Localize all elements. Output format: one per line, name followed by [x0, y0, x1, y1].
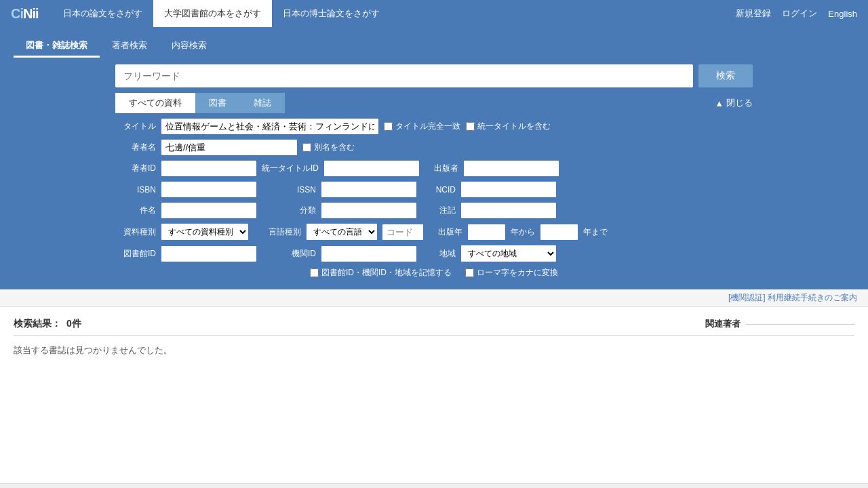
nav-books[interactable]: 大学図書館の本をさがす: [153, 0, 272, 27]
isbn-row: ISBN ISSN NCID: [115, 182, 753, 197]
advanced-fields: タイトル タイトル完全一致 統一タイトルを含む 著者名 別名を含む 著者ID: [115, 119, 753, 279]
author-alt-checkbox-label[interactable]: 別名を含む: [302, 142, 355, 153]
nav-dissertations[interactable]: 日本の博士論文をさがす: [272, 0, 391, 27]
year-to-label: 年まで: [583, 226, 608, 238]
publisher-input[interactable]: [464, 161, 559, 176]
roman-checkbox[interactable]: [465, 268, 474, 277]
title-exact-checkbox[interactable]: [384, 122, 393, 131]
facility-id-label: 機関ID: [262, 248, 316, 260]
notice-bar: [機関認証] 利用継続手続きのご案内: [0, 289, 868, 307]
facility-id-input[interactable]: [321, 246, 416, 262]
publisher-label: 出版者: [425, 163, 458, 174]
author-alt-checkbox[interactable]: [302, 143, 311, 152]
roman-label: ローマ字をカナに変換: [477, 267, 558, 279]
title-row: タイトル タイトル完全一致 統一タイトルを含む: [115, 119, 753, 134]
register-link[interactable]: 新規登録: [736, 7, 771, 20]
note-label: 注記: [422, 205, 456, 216]
author-row: 著者名 別名を含む: [115, 140, 753, 155]
classification-label: 分類: [262, 205, 316, 216]
ncid-input[interactable]: [461, 182, 556, 197]
main-nav: 日本の論文をさがす 大学図書館の本をさがす 日本の博士論文をさがす: [52, 0, 736, 27]
search-tabs: 図書・雑誌検索 著者検索 内容検索: [14, 35, 854, 58]
material-type-row: すべての資料 図書 雑誌 ▲ 閉じる: [115, 93, 753, 113]
material-type-field-row: 資料種別 すべての資料種別 図書 雑誌 言語種別 すべての言語 日本語 英語 出…: [115, 224, 753, 240]
tab-content[interactable]: 内容検索: [159, 35, 219, 58]
title-unified-label: 統一タイトルを含む: [477, 121, 551, 132]
results-label: 検索結果：: [14, 318, 61, 330]
no-results-message: 該当する書誌は見つかりませんでした。: [14, 344, 854, 357]
issn-input[interactable]: [321, 182, 416, 197]
region-label: 地域: [422, 248, 456, 260]
subject-input[interactable]: [161, 203, 256, 218]
search-input[interactable]: [115, 64, 693, 87]
save-library-label: 図書館ID・機関ID・地域を記憶する: [321, 267, 452, 279]
issn-label: ISSN: [262, 185, 316, 195]
title-input[interactable]: [161, 119, 378, 134]
results-count-area: 検索結果： 0件: [14, 318, 81, 330]
year-from-label: 年から: [511, 226, 535, 238]
author-alt-label: 別名を含む: [314, 142, 355, 153]
note-input[interactable]: [461, 203, 556, 218]
unified-title-id-label: 統一タイトルID: [262, 163, 319, 174]
search-button[interactable]: 検索: [698, 64, 753, 87]
material-journals-btn[interactable]: 雑誌: [240, 93, 285, 113]
results-header: 検索結果： 0件 関連著者: [14, 318, 854, 336]
save-library-checkbox[interactable]: [310, 268, 319, 277]
sidebar-header: 関連著者: [705, 318, 854, 330]
title-unified-checkbox[interactable]: [466, 122, 475, 131]
library-row: 図書館ID 機関ID 地域 すべての地域 北海道 東北 関東: [115, 245, 753, 262]
tab-books-journals[interactable]: 図書・雑誌検索: [14, 35, 100, 58]
isbn-input[interactable]: [161, 182, 256, 197]
pub-year-to-input[interactable]: [540, 224, 578, 240]
search-main-row: 検索: [115, 64, 753, 87]
title-label: タイトル: [115, 121, 156, 132]
save-library-checkbox-label[interactable]: 図書館ID・機関ID・地域を記憶する: [310, 267, 452, 279]
search-area: 図書・雑誌検索 著者検索 内容検索 検索 すべての資料 図書 雑誌 ▲ 閉じる …: [0, 27, 868, 289]
header: CiNii 日本の論文をさがす 大学図書館の本をさがす 日本の博士論文をさがす …: [0, 0, 868, 27]
library-id-input[interactable]: [161, 246, 256, 262]
pub-year-from-input[interactable]: [468, 224, 505, 240]
material-type-field-label: 資料種別: [115, 226, 156, 238]
language-label: 言語種別: [254, 226, 301, 238]
author-id-label: 著者ID: [115, 163, 156, 174]
header-right: 新規登録 ログイン English: [736, 7, 857, 20]
results-area: 検索結果： 0件 関連著者 該当する書誌は見つかりませんでした。: [0, 307, 868, 443]
footer: CiNiiについて CiNiiについて 収録刊行物について 利用規約 お問い合わ…: [0, 483, 868, 488]
subject-row: 件名 分類 注記: [115, 203, 753, 218]
bottom-checkboxes: 図書館ID・機関ID・地域を記憶する ローマ字をカナに変換: [115, 267, 753, 279]
ncid-label: NCID: [422, 185, 456, 195]
classification-input[interactable]: [321, 203, 416, 218]
author-label: 著者名: [115, 142, 156, 153]
title-unified-checkbox-label[interactable]: 統一タイトルを含む: [466, 121, 551, 132]
roman-checkbox-label[interactable]: ローマ字をカナに変換: [465, 267, 558, 279]
title-exact-checkbox-label[interactable]: タイトル完全一致: [384, 121, 460, 132]
author-id-input[interactable]: [161, 161, 256, 176]
results-count: 0件: [66, 318, 81, 330]
collapse-button[interactable]: ▲ 閉じる: [715, 97, 753, 109]
notice-link[interactable]: [機関認証] 利用継続手続きのご案内: [728, 293, 857, 302]
library-id-label: 図書館ID: [115, 248, 156, 260]
login-link[interactable]: ログイン: [782, 7, 817, 20]
author-input[interactable]: [161, 140, 297, 155]
collapse-label: 閉じる: [726, 97, 753, 109]
subject-label: 件名: [115, 205, 156, 216]
isbn-label: ISBN: [115, 185, 156, 195]
id-row: 著者ID 統一タイトルID 出版者: [115, 161, 753, 176]
unified-title-id-input[interactable]: [324, 161, 419, 176]
nav-articles[interactable]: 日本の論文をさがす: [52, 0, 153, 27]
material-books-btn[interactable]: 図書: [195, 93, 240, 113]
logo: CiNii: [11, 6, 39, 22]
chevron-up-icon: ▲: [715, 98, 724, 108]
title-exact-label: タイトル完全一致: [395, 121, 460, 132]
pub-year-label: 出版年: [429, 226, 462, 238]
language-select[interactable]: すべての言語 日本語 英語: [307, 224, 377, 240]
region-select[interactable]: すべての地域 北海道 東北 関東: [461, 245, 556, 262]
code-input[interactable]: [382, 224, 423, 240]
material-type-select[interactable]: すべての資料種別 図書 雑誌: [161, 224, 248, 240]
tab-authors[interactable]: 著者検索: [100, 35, 159, 58]
material-all-btn[interactable]: すべての資料: [115, 93, 195, 113]
sidebar-title: 関連著者: [705, 318, 741, 330]
language-link[interactable]: English: [828, 9, 857, 19]
sidebar-divider: [746, 324, 854, 325]
